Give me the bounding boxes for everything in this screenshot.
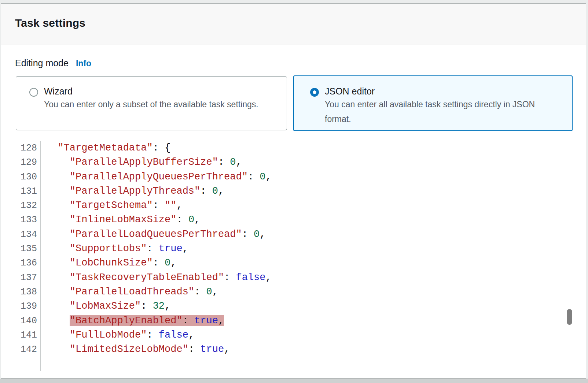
json-editor-option-description: You can enter all available task setting…	[325, 97, 550, 126]
code-line-content: "LobChunkSize": 0,	[41, 256, 176, 270]
wizard-option-card[interactable]: Wizard You can enter only a subset of th…	[16, 76, 287, 130]
task-settings-panel: Task settings Editing modeInfo Wizard Yo…	[1, 3, 586, 379]
line-number: 136	[1, 256, 41, 270]
bottom-strip	[0, 379, 588, 383]
wizard-radio-icon[interactable]	[29, 88, 38, 97]
code-line: 130 "ParallelApplyQueuesPerThread": 0,	[1, 170, 562, 184]
line-number: 128	[1, 141, 41, 155]
line-number: 142	[1, 342, 41, 357]
code-line-content: "FullLobMode": false,	[41, 328, 194, 342]
code-line: 128 "TargetMetadata": {	[1, 141, 562, 155]
code-line: 129 "ParallelApplyBufferSize": 0,	[1, 155, 562, 170]
code-line: 131 "ParallelApplyThreads": 0,	[1, 184, 562, 198]
code-line-content: "InlineLobMaxSize": 0,	[41, 213, 200, 227]
line-number: 141	[1, 328, 41, 342]
code-line: 139 "LobMaxSize": 32,	[1, 299, 562, 313]
code-line: 134 "ParallelLoadQueuesPerThread": 0,	[1, 227, 562, 242]
scrollbar-thumb[interactable]	[567, 309, 572, 325]
code-line-content: "TaskRecoveryTableEnabled": false,	[41, 271, 272, 285]
line-number	[1, 357, 41, 371]
line-number: 135	[1, 242, 41, 256]
panel-header: Task settings	[1, 4, 586, 45]
json-editor-option-label: JSON editor	[325, 86, 375, 97]
line-number: 132	[1, 198, 41, 213]
line-number: 133	[1, 213, 41, 227]
code-line-content: "TargetSchema": "",	[41, 198, 183, 213]
code-line: 133 "InlineLobMaxSize": 0,	[1, 213, 562, 227]
line-number: 140	[1, 314, 41, 328]
line-number: 134	[1, 227, 41, 242]
code-line-content: "BatchApplyEnabled": true,	[41, 314, 224, 328]
code-line-content: "ParallelLoadThreads": 0,	[41, 285, 218, 299]
editing-mode-row: Editing modeInfo	[15, 58, 91, 68]
code-line: 138 "ParallelLoadThreads": 0,	[1, 285, 562, 299]
code-line: 137 "TaskRecoveryTableEnabled": false,	[1, 271, 562, 285]
line-number: 138	[1, 285, 41, 299]
json-editor-option-card[interactable]: JSON editor You can enter all available …	[293, 75, 573, 131]
line-number: 137	[1, 271, 41, 285]
line-number: 129	[1, 155, 41, 170]
code-line-content: "LimitedSizeLobMode": true,	[41, 342, 230, 357]
json-code-editor[interactable]: 128 "TargetMetadata": {129 "ParallelAppl…	[1, 141, 562, 371]
code-line	[1, 357, 562, 371]
code-line: 141 "FullLobMode": false,	[1, 328, 562, 342]
code-line-content	[41, 357, 46, 371]
code-line-content: "ParallelApplyQueuesPerThread": 0,	[41, 170, 272, 184]
code-line: 142 "LimitedSizeLobMode": true,	[1, 342, 562, 357]
line-number: 139	[1, 299, 41, 313]
editing-mode-label: Editing mode	[15, 58, 69, 68]
info-link[interactable]: Info	[76, 59, 91, 68]
code-line: 132 "TargetSchema": "",	[1, 198, 562, 213]
code-line-content: "ParallelApplyBufferSize": 0,	[41, 155, 242, 170]
code-line-content: "ParallelLoadQueuesPerThread": 0,	[41, 227, 266, 242]
highlighted-code: "BatchApplyEnabled": true,	[70, 315, 224, 326]
code-line: 140 "BatchApplyEnabled": true,	[1, 314, 562, 328]
code-line: 136 "LobChunkSize": 0,	[1, 256, 562, 270]
line-number: 130	[1, 170, 41, 184]
wizard-option-description: You can enter only a subset of the avail…	[44, 97, 279, 112]
line-number: 131	[1, 184, 41, 198]
page-title: Task settings	[15, 17, 85, 29]
page: Task settings Editing modeInfo Wizard Yo…	[0, 0, 588, 383]
code-line-content: "LobMaxSize": 32,	[41, 299, 170, 313]
json-editor-radio-icon[interactable]	[310, 88, 319, 97]
code-line-content: "ParallelApplyThreads": 0,	[41, 184, 224, 198]
wizard-option-label: Wizard	[44, 86, 73, 97]
code-line-content: "SupportLobs": true,	[41, 242, 188, 256]
code-line-content: "TargetMetadata": {	[41, 141, 170, 155]
code-line: 135 "SupportLobs": true,	[1, 242, 562, 256]
